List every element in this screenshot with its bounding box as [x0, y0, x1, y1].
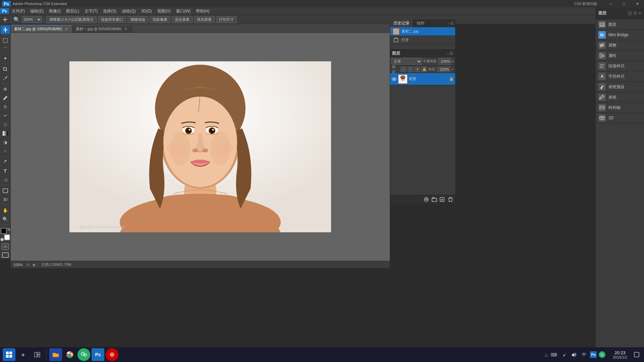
lock-position-btn[interactable]: ✦	[415, 67, 420, 72]
blend-mode-select[interactable]: 正常	[391, 58, 422, 65]
fit-screen-btn[interactable]: 适合屏幕	[172, 16, 193, 23]
layer-item-0[interactable]: 背景 🔒	[390, 73, 455, 85]
action-center-btn[interactable]	[632, 348, 641, 361]
screen-mode-btn[interactable]	[1, 251, 10, 259]
pen-tool[interactable]	[1, 158, 10, 166]
brush-tool[interactable]	[1, 94, 10, 102]
menu-view[interactable]: 视图(V)	[155, 8, 173, 15]
taskbar-ps-btn[interactable]: Ps	[92, 348, 104, 361]
panel-icon-btn[interactable]: ⬛	[628, 11, 632, 15]
taskbar-netease-btn[interactable]	[106, 348, 118, 361]
doc-tab-0-close[interactable]: ✕	[64, 27, 69, 32]
bg-color-swatch[interactable]	[4, 234, 10, 240]
menu-3d[interactable]: 3D(D)	[139, 8, 155, 14]
panel-section-char-styles-header[interactable]: A 字符样式	[596, 71, 644, 81]
crop-tool[interactable]	[1, 65, 10, 73]
lasso-tool[interactable]: ⌒	[1, 45, 10, 54]
panel-section-layers-header[interactable]: 图层	[596, 19, 644, 29]
clone-stamp-tool[interactable]: ⎘	[1, 103, 10, 111]
actual-pixels-btn[interactable]: 实际像素	[150, 16, 170, 23]
scrubby-zoom-btn[interactable]: 细微缩放	[127, 16, 148, 23]
close-button[interactable]: ✕	[631, 0, 644, 7]
history-item-1[interactable]: 打开	[390, 36, 455, 45]
swap-colors-icon[interactable]: ⇆	[7, 227, 10, 232]
start-button[interactable]	[3, 348, 15, 361]
panel-list-btn[interactable]: ☰	[634, 11, 637, 15]
layers-menu-btn[interactable]: ☰	[450, 51, 453, 56]
panel-section-adjustments-header[interactable]: 调整	[596, 40, 644, 50]
doc-tab-1[interactable]: 素材一.jpg @ 50%(RGB/8#) ✕	[72, 25, 132, 33]
history-tab[interactable]: 历史记录	[390, 19, 413, 27]
zoom-all-btn[interactable]: 缩放所有窗口	[98, 16, 126, 23]
panel-section-properties-header[interactable]: 属性	[596, 51, 644, 61]
panel-close-btn[interactable]: ✕	[638, 11, 641, 15]
layers-collapse-btn[interactable]: ─	[446, 52, 449, 56]
menu-text[interactable]: 文字(T)	[82, 8, 100, 15]
keyboard-layout-icon[interactable]: ⌨	[550, 348, 558, 361]
menu-help[interactable]: 帮助(H)	[193, 8, 212, 15]
show-hidden-icons-btn[interactable]: △	[545, 352, 548, 357]
new-layer-btn[interactable]	[439, 196, 446, 202]
doc-tab-0[interactable]: 素材二.jpg @ 100%(RGB/8#) ✕	[11, 25, 72, 33]
new-group-btn[interactable]	[431, 196, 438, 202]
lock-image-btn[interactable]: /	[408, 67, 413, 72]
print-size-btn[interactable]: 打印尺寸	[216, 16, 237, 23]
selection-tool[interactable]	[1, 36, 10, 45]
volume-icon[interactable]	[570, 348, 578, 361]
fill-screen-btn[interactable]: 填充屏幕	[194, 16, 215, 23]
zoom-icon[interactable]: 🔍	[13, 16, 20, 23]
history-item-0[interactable]: 素材二.jpg	[390, 27, 455, 36]
panel-menu-btn[interactable]: ☰	[450, 21, 454, 25]
reset-colors-icon[interactable]: ⬤	[0, 238, 4, 241]
badge-icon[interactable]: G	[599, 351, 605, 358]
menu-file[interactable]: 文件(F)	[9, 8, 28, 15]
move-tool-icon[interactable]	[1, 16, 9, 23]
panel-collapse-btn[interactable]: ─	[447, 21, 450, 25]
taskbar-explorer-btn[interactable]	[49, 348, 62, 361]
dodge-tool[interactable]: ○	[1, 147, 10, 155]
healing-brush-tool[interactable]: ⊕	[1, 85, 10, 93]
menu-select[interactable]: 选择(S)	[100, 8, 119, 15]
menu-filter[interactable]: 滤镜(Q)	[119, 8, 138, 15]
move-tool[interactable]	[1, 25, 10, 34]
gradient-tool[interactable]	[1, 129, 10, 137]
opacity-input[interactable]	[438, 58, 451, 65]
quick-mask-btn[interactable]	[1, 243, 10, 251]
panel-section-brush-presets-header[interactable]: 画笔预设	[596, 82, 644, 92]
opacity-chevron[interactable]: ▾	[452, 60, 454, 63]
layer-eye-0[interactable]	[391, 76, 397, 82]
blur-tool[interactable]: ◑	[1, 138, 10, 146]
panel-section-paragraph-styles-header[interactable]: 段落样式	[596, 61, 644, 71]
3d-tool[interactable]: 3D	[1, 195, 10, 203]
taskbar-cortana-btn[interactable]: ●	[17, 348, 30, 361]
doc-tab-1-close[interactable]: ✕	[123, 27, 128, 32]
panel-section-3d-header[interactable]: 3D	[596, 113, 644, 123]
path-tool[interactable]: ◁	[1, 175, 10, 184]
shape-tool[interactable]	[1, 186, 10, 195]
eraser-tool[interactable]: ◻	[1, 120, 10, 129]
menu-layer[interactable]: 图层(L)	[63, 8, 82, 15]
ime-icon[interactable]: 中	[580, 348, 588, 361]
menu-image[interactable]: 图像(I)	[46, 8, 63, 15]
zoom-tool[interactable]: 🔍	[1, 215, 10, 223]
text-tool[interactable]: T	[1, 167, 10, 175]
hand-tool[interactable]: ✋	[1, 206, 10, 215]
lock-transparent-btn[interactable]: □	[400, 67, 406, 72]
panel-section-mini-bridge-header[interactable]: Br Mini Bridge	[596, 30, 644, 40]
menu-ps[interactable]: Ps	[0, 8, 9, 14]
network-icon[interactable]	[560, 348, 568, 361]
minimize-button[interactable]: ─	[604, 0, 617, 7]
fit-window-btn[interactable]: 调整窗口大小以匹配屏显示	[46, 16, 97, 23]
maximize-button[interactable]: □	[617, 0, 631, 7]
panel-section-timeline-header[interactable]: 时间轴	[596, 103, 644, 113]
taskbar-chrome-btn[interactable]	[63, 348, 76, 361]
magic-wand-tool[interactable]: ✦	[1, 54, 10, 62]
taskbar-wechat-btn[interactable]	[77, 348, 90, 361]
status-expand-btn[interactable]: ▶	[33, 262, 36, 267]
fill-chevron[interactable]: ▾	[451, 67, 453, 71]
new-fill-layer-btn[interactable]	[423, 196, 430, 202]
eyedropper-tool[interactable]	[1, 74, 10, 82]
zoom-select[interactable]: 100%50%200%	[22, 16, 42, 23]
panel-section-brush-header[interactable]: 画笔	[596, 92, 644, 102]
fg-color-swatch[interactable]	[1, 228, 7, 234]
